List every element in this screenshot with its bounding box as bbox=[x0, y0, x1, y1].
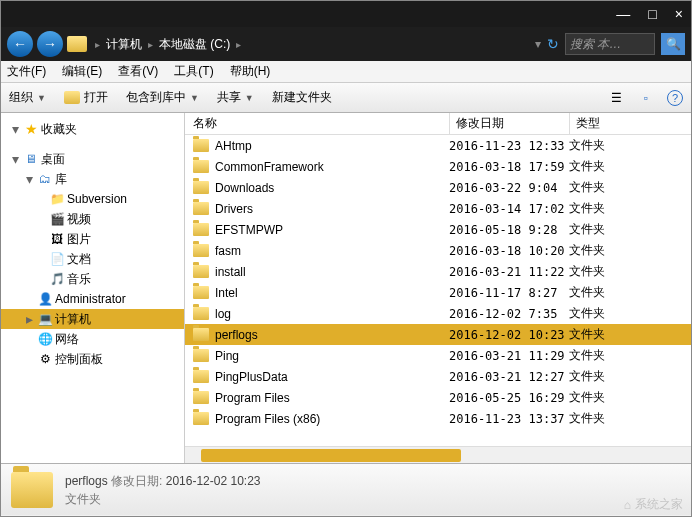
tree-item[interactable]: 🎬视频 bbox=[1, 209, 184, 229]
search-input[interactable]: 搜索 本… bbox=[565, 33, 655, 55]
file-row[interactable]: Program Files (x86)2016-11-23 13:37文件夹 bbox=[185, 408, 691, 429]
tree-admin[interactable]: 👤Administrator bbox=[1, 289, 184, 309]
horizontal-scrollbar[interactable] bbox=[185, 446, 691, 463]
breadcrumb[interactable]: ▸ 计算机 ▸ 本地磁盘 (C:) ▸ bbox=[95, 36, 241, 53]
forward-button[interactable]: → bbox=[37, 31, 63, 57]
tree-computer[interactable]: ▸ 💻 计算机 bbox=[1, 309, 184, 329]
menu-help[interactable]: 帮助(H) bbox=[230, 63, 271, 80]
tree-network[interactable]: 🌐网络 bbox=[1, 329, 184, 349]
user-icon: 👤 bbox=[37, 291, 53, 307]
file-row[interactable]: perflogs2016-12-02 10:23文件夹 bbox=[185, 324, 691, 345]
minimize-button[interactable]: — bbox=[616, 6, 630, 22]
image-icon: 🖼 bbox=[49, 231, 65, 247]
tree-item[interactable]: 📁Subversion bbox=[1, 189, 184, 209]
tree-item[interactable]: 🎵音乐 bbox=[1, 269, 184, 289]
file-date: 2016-12-02 7:35 bbox=[449, 307, 569, 321]
file-row[interactable]: Downloads2016-03-22 9:04文件夹 bbox=[185, 177, 691, 198]
details-text: perflogs 修改日期: 2016-12-02 10:23 文件夹 bbox=[65, 472, 260, 508]
file-row[interactable]: Ping2016-03-21 11:29文件夹 bbox=[185, 345, 691, 366]
file-row[interactable]: CommonFramework2016-03-18 17:59文件夹 bbox=[185, 156, 691, 177]
folder-icon bbox=[193, 286, 209, 299]
tree-control-panel[interactable]: ⚙控制面板 bbox=[1, 349, 184, 369]
file-row[interactable]: install2016-03-21 11:22文件夹 bbox=[185, 261, 691, 282]
tree-item[interactable]: 🖼图片 bbox=[1, 229, 184, 249]
file-type: 文件夹 bbox=[569, 326, 649, 343]
maximize-button[interactable]: □ bbox=[648, 6, 656, 22]
navigation-tree: ▾ ★ 收藏夹 ▾ 🖥 桌面 ▾ 🗂 库 📁Subversion 🎬视频 🖼图片… bbox=[1, 113, 185, 463]
folder-icon bbox=[193, 391, 209, 404]
chevron-right-icon: ▸ bbox=[95, 39, 100, 50]
folder-icon bbox=[193, 412, 209, 425]
folder-icon bbox=[193, 202, 209, 215]
share-button[interactable]: 共享▼ bbox=[217, 89, 254, 106]
window-titlebar: — □ × bbox=[1, 1, 691, 27]
new-folder-button[interactable]: 新建文件夹 bbox=[272, 89, 332, 106]
back-button[interactable]: ← bbox=[7, 31, 33, 57]
collapse-icon[interactable]: ▾ bbox=[23, 173, 35, 185]
include-library-button[interactable]: 包含到库中▼ bbox=[126, 89, 199, 106]
network-icon: 🌐 bbox=[37, 331, 53, 347]
file-name: EFSTMPWP bbox=[215, 223, 283, 237]
file-date: 2016-11-17 8:27 bbox=[449, 286, 569, 300]
file-row[interactable]: log2016-12-02 7:35文件夹 bbox=[185, 303, 691, 324]
chevron-down-icon[interactable]: ▾ bbox=[535, 37, 541, 51]
file-date: 2016-03-18 17:59 bbox=[449, 160, 569, 174]
document-icon: 📄 bbox=[49, 251, 65, 267]
preview-pane-icon[interactable]: ▫ bbox=[637, 89, 655, 107]
folder-icon bbox=[193, 160, 209, 173]
menu-view[interactable]: 查看(V) bbox=[118, 63, 158, 80]
file-row[interactable]: Program Files2016-05-25 16:29文件夹 bbox=[185, 387, 691, 408]
column-name[interactable]: 名称 bbox=[193, 115, 449, 132]
tree-library[interactable]: ▾ 🗂 库 bbox=[1, 169, 184, 189]
file-name: Intel bbox=[215, 286, 238, 300]
scrollbar-thumb[interactable] bbox=[201, 449, 461, 462]
open-button[interactable]: 打开 bbox=[64, 89, 108, 106]
menu-edit[interactable]: 编辑(E) bbox=[62, 63, 102, 80]
file-name: PingPlusData bbox=[215, 370, 288, 384]
file-date: 2016-05-18 9:28 bbox=[449, 223, 569, 237]
collapse-icon[interactable]: ▾ bbox=[9, 123, 21, 135]
close-button[interactable]: × bbox=[675, 6, 683, 22]
menu-bar: 文件(F) 编辑(E) 查看(V) 工具(T) 帮助(H) bbox=[1, 61, 691, 83]
search-button[interactable]: 🔍 bbox=[661, 33, 685, 55]
breadcrumb-item[interactable]: 计算机 bbox=[106, 36, 142, 53]
details-pane: perflogs 修改日期: 2016-12-02 10:23 文件夹 ⌂系统之… bbox=[1, 463, 691, 515]
breadcrumb-item[interactable]: 本地磁盘 (C:) bbox=[159, 36, 230, 53]
expand-icon[interactable]: ▸ bbox=[23, 313, 35, 325]
column-headers: 名称 修改日期 类型 bbox=[185, 113, 691, 135]
file-row[interactable]: AHtmp2016-11-23 12:33文件夹 bbox=[185, 135, 691, 156]
column-date[interactable]: 修改日期 bbox=[449, 113, 569, 134]
music-icon: 🎵 bbox=[49, 271, 65, 287]
details-mod-value: 2016-12-02 10:23 bbox=[166, 474, 261, 488]
help-icon[interactable]: ? bbox=[667, 90, 683, 106]
file-date: 2016-03-21 11:29 bbox=[449, 349, 569, 363]
tree-desktop[interactable]: ▾ 🖥 桌面 bbox=[1, 149, 184, 169]
folder-icon bbox=[193, 349, 209, 362]
menu-tools[interactable]: 工具(T) bbox=[174, 63, 213, 80]
column-type[interactable]: 类型 bbox=[569, 113, 649, 134]
details-mod-label: 修改日期: bbox=[111, 474, 162, 488]
file-row[interactable]: PingPlusData2016-03-21 12:27文件夹 bbox=[185, 366, 691, 387]
organize-button[interactable]: 组织▼ bbox=[9, 89, 46, 106]
file-list[interactable]: AHtmp2016-11-23 12:33文件夹CommonFramework2… bbox=[185, 135, 691, 446]
refresh-icon[interactable]: ↻ bbox=[547, 36, 559, 52]
menu-file[interactable]: 文件(F) bbox=[7, 63, 46, 80]
file-date: 2016-05-25 16:29 bbox=[449, 391, 569, 405]
file-row[interactable]: fasm2016-03-18 10:20文件夹 bbox=[185, 240, 691, 261]
file-row[interactable]: Intel2016-11-17 8:27文件夹 bbox=[185, 282, 691, 303]
navigation-bar: ← → ▸ 计算机 ▸ 本地磁盘 (C:) ▸ ▾ ↻ 搜索 本… 🔍 bbox=[1, 27, 691, 61]
file-row[interactable]: EFSTMPWP2016-05-18 9:28文件夹 bbox=[185, 219, 691, 240]
file-date: 2016-11-23 12:33 bbox=[449, 139, 569, 153]
folder-icon bbox=[193, 223, 209, 236]
collapse-icon[interactable]: ▾ bbox=[9, 153, 21, 165]
toolbar: 组织▼ 打开 包含到库中▼ 共享▼ 新建文件夹 ☰ ▫ ? bbox=[1, 83, 691, 113]
file-type: 文件夹 bbox=[569, 410, 649, 427]
view-options-icon[interactable]: ☰ bbox=[607, 89, 625, 107]
tree-item[interactable]: 📄文档 bbox=[1, 249, 184, 269]
folder-icon bbox=[193, 265, 209, 278]
tree-favorites[interactable]: ▾ ★ 收藏夹 bbox=[1, 119, 184, 139]
file-row[interactable]: Drivers2016-03-14 17:02文件夹 bbox=[185, 198, 691, 219]
star-icon: ★ bbox=[23, 121, 39, 137]
watermark: ⌂系统之家 bbox=[624, 496, 683, 513]
file-name: CommonFramework bbox=[215, 160, 324, 174]
